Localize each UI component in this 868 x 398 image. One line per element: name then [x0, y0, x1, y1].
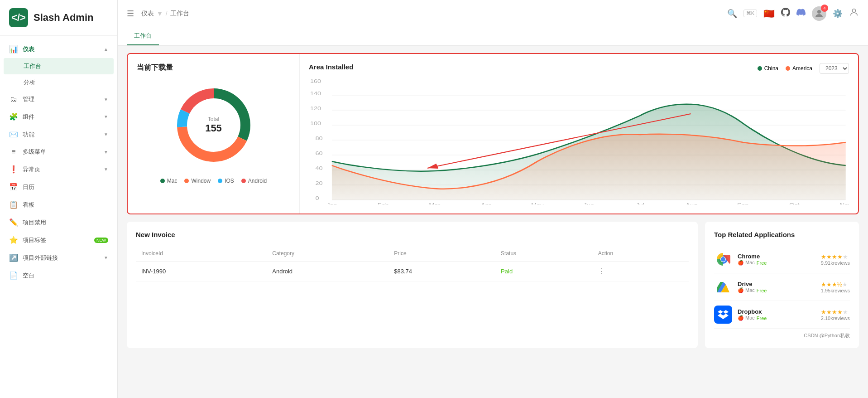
- sidebar-item-error[interactable]: ❗ 异常页 ▼: [0, 160, 117, 178]
- kanban-icon: 📋: [9, 200, 18, 209]
- sidebar-item-manage[interactable]: 🗂 管理 ▼: [0, 91, 117, 108]
- invoice-table: InvoiceId Category Price Status Action I…: [136, 246, 689, 282]
- america-label: America: [792, 65, 812, 72]
- donut-chart: Total 155: [168, 80, 259, 170]
- chrome-price: Free: [757, 260, 767, 266]
- svg-text:Mar: Mar: [429, 203, 440, 204]
- chrome-name: Chrome: [738, 253, 815, 260]
- col-invoiceid: InvoiceId: [136, 246, 267, 262]
- area-chart-title: Area Installed: [309, 63, 353, 71]
- svg-text:140: 140: [310, 91, 321, 96]
- svg-text:Apr: Apr: [481, 203, 491, 204]
- sidebar-kanban-label: 看板: [23, 201, 108, 209]
- apps-section: Top Related Applications: [705, 222, 859, 348]
- svg-text:20: 20: [316, 181, 323, 186]
- menu-icon: ≡: [9, 148, 18, 156]
- chrome-rating: ★★★★★ 9.91kreviews: [821, 253, 850, 266]
- col-price: Price: [388, 246, 495, 262]
- logo-text: Slash Admin: [34, 12, 93, 24]
- sidebar-item-function[interactable]: ✉️ 功能 ▼: [0, 126, 117, 143]
- dropbox-platform: 🍎 Mac: [738, 315, 755, 321]
- kbd-shortcut[interactable]: ⌘K: [743, 10, 757, 17]
- sidebar-item-external[interactable]: ↗️ 项目外部链接 ▼: [0, 249, 117, 267]
- sidebar-nav: 📊 仪表 ▲ 工作台 分析 🗂 管理 ▼ 🧩 组件 ▼ ✉️ 功能 ▼ ≡ 多级…: [0, 36, 117, 289]
- svg-text:40: 40: [316, 166, 323, 171]
- breadcrumb-dashboard[interactable]: 仪表: [141, 10, 154, 18]
- svg-text:Oct: Oct: [789, 203, 800, 204]
- america-dot: [786, 66, 790, 71]
- sidebar-item-tag[interactable]: ⭐ 项目标签 NEW: [0, 231, 117, 249]
- svg-point-38: [721, 257, 725, 262]
- app-item-chrome: Chrome 🍎 Mac Free ★★★★★ 9.91kreviews: [714, 246, 850, 273]
- svg-text:Sep: Sep: [737, 203, 749, 204]
- sidebar-item-menu[interactable]: ≡ 多级菜单 ▼: [0, 143, 117, 160]
- table-row: INV-1990 Android $83.74 Paid ⋮: [136, 262, 689, 282]
- discord-icon[interactable]: [796, 8, 806, 19]
- chrome-info: Chrome 🍎 Mac Free: [738, 253, 815, 266]
- svg-text:100: 100: [310, 121, 321, 126]
- android-dot: [241, 179, 246, 183]
- blank-icon: 📄: [9, 271, 18, 280]
- svg-text:160: 160: [310, 79, 321, 84]
- manage-icon: 🗂: [9, 95, 18, 103]
- chevron-down-icon: ▼: [104, 97, 108, 102]
- china-legend: China: [758, 65, 778, 72]
- drive-reviews: 1.95kreviews: [821, 288, 850, 293]
- sidebar-disabled-label: 项目禁用: [23, 218, 108, 227]
- tab-workbench[interactable]: 工作台: [127, 27, 159, 45]
- donut-total-value: 155: [205, 122, 222, 134]
- action-cell[interactable]: ⋮: [593, 262, 689, 282]
- china-dot: [758, 66, 762, 71]
- svg-text:80: 80: [316, 136, 323, 141]
- sidebar-function-label: 功能: [23, 131, 99, 139]
- github-icon[interactable]: [781, 8, 790, 19]
- dropbox-icon: [714, 306, 732, 324]
- svg-point-1: [852, 9, 855, 12]
- sidebar-logo[interactable]: </> Slash Admin: [0, 0, 117, 36]
- sidebar-item-calendar[interactable]: 📅 日历: [0, 178, 117, 196]
- svg-text:120: 120: [310, 106, 321, 111]
- action-menu-button[interactable]: ⋮: [598, 267, 605, 275]
- apps-title: Top Related Applications: [714, 231, 850, 238]
- legend-window: Window: [184, 178, 211, 184]
- drive-platform: 🍎 Mac: [738, 287, 755, 293]
- search-icon[interactable]: 🔍: [727, 9, 737, 19]
- dropbox-info: Dropbox 🍎 Mac Free: [738, 308, 815, 321]
- donut-panel: 当前下载量: [128, 54, 300, 214]
- main-content: ☰ 仪表 ▼ / 工作台 🔍 ⌘K 🇨🇳 4: [118, 0, 868, 398]
- external-icon: ↗️: [9, 253, 18, 262]
- sidebar-item-kanban[interactable]: 📋 看板: [0, 196, 117, 214]
- drive-icon: [714, 278, 732, 296]
- dropbox-price: Free: [757, 315, 767, 321]
- year-select[interactable]: 2023 2022 2021: [820, 63, 849, 74]
- dropbox-rating: ★★★★★ 2.10kreviews: [821, 309, 850, 321]
- tag-icon: ⭐: [9, 236, 18, 244]
- svg-text:Jan: Jan: [326, 203, 337, 204]
- hamburger-button[interactable]: ☰: [127, 9, 134, 19]
- col-action: Action: [593, 246, 689, 262]
- area-chart-canvas: 0 20 40 60 80 100 120 140 160: [309, 78, 849, 204]
- tab-bar: 工作台: [118, 27, 868, 46]
- sidebar-item-dashboard[interactable]: 📊 仪表 ▲: [0, 40, 117, 58]
- sidebar-tag-label: 项目标签: [23, 236, 88, 244]
- sidebar-item-disabled[interactable]: ✏️ 项目禁用: [0, 214, 117, 231]
- disabled-icon: ✏️: [9, 218, 18, 227]
- mac-dot: [160, 179, 165, 183]
- breadcrumb-workbench: 工作台: [170, 10, 189, 18]
- drive-price: Free: [757, 288, 767, 293]
- breadcrumb-separator: ▼: [157, 10, 163, 17]
- function-icon: ✉️: [9, 130, 18, 139]
- settings-icon[interactable]: ⚙️: [833, 9, 843, 19]
- header-left: ☰ 仪表 ▼ / 工作台: [127, 9, 189, 19]
- sidebar-item-analysis[interactable]: 分析: [0, 74, 117, 91]
- language-flag[interactable]: 🇨🇳: [763, 8, 775, 19]
- sidebar-item-workbench[interactable]: 工作台: [4, 58, 114, 74]
- drive-info: Drive 🍎 Mac Free: [738, 281, 815, 293]
- sidebar-blank-label: 空白: [23, 272, 108, 280]
- sidebar-item-component[interactable]: 🧩 组件 ▼: [0, 108, 117, 126]
- sidebar-item-blank[interactable]: 📄 空白: [0, 267, 117, 284]
- chevron-up-icon: ▲: [104, 47, 108, 52]
- user-settings-icon[interactable]: [849, 7, 859, 19]
- china-label: China: [764, 65, 778, 72]
- sidebar-external-label: 项目外部链接: [23, 254, 99, 262]
